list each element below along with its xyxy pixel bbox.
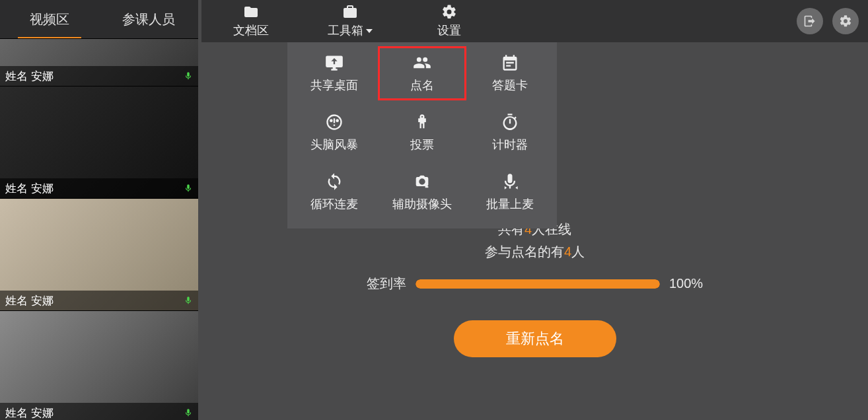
timer-icon [500, 113, 520, 131]
brainstorm-icon [324, 113, 344, 131]
tab-attendees-label: 参课人员 [122, 11, 175, 28]
name-prefix: 姓名 [5, 293, 28, 308]
tool-label: 共享桌面 [310, 77, 358, 93]
rollcall-icon [412, 53, 432, 72]
tool-label: 答题卡 [492, 77, 528, 93]
tool-label: 头脑风暴 [310, 137, 358, 153]
rate-progress-bar [416, 279, 660, 289]
share-desktop-icon [324, 53, 344, 72]
tool-label: 辅助摄像头 [392, 196, 452, 212]
rate-progress-fill [416, 279, 660, 289]
toolbar-settings-label: 设置 [437, 22, 461, 38]
gear-icon [441, 4, 457, 20]
tool-label: 投票 [410, 137, 434, 153]
mic-icon [184, 295, 193, 306]
tab-video-label: 视频区 [30, 11, 69, 28]
batch-mic-icon [500, 172, 520, 191]
toolbox-dropdown: 共享桌面 点名 答题卡 头脑风暴 投票 计时器 循环连麦 辅助摄像头 [287, 42, 557, 228]
sidebar: 视频区 参课人员 姓名 安娜 姓名 安娜 [0, 0, 198, 420]
gear-icon [839, 15, 852, 28]
mic-icon [184, 407, 193, 419]
vote-icon [412, 113, 432, 131]
participant-name: 安娜 [31, 405, 54, 421]
tool-label: 计时器 [492, 137, 528, 153]
loop-mic-icon [324, 172, 344, 191]
tool-timer[interactable]: 计时器 [466, 106, 554, 160]
rate-percent: 100% [669, 276, 703, 291]
video-tile[interactable]: 姓名 安娜 [0, 86, 198, 198]
participated-count: 4 [564, 244, 571, 259]
tool-label: 点名 [410, 77, 434, 93]
folder-icon [243, 4, 259, 20]
sidebar-tabs: 视频区 参课人员 [0, 0, 198, 38]
mic-icon [184, 182, 193, 194]
tool-loop-mic[interactable]: 循环连麦 [290, 165, 378, 219]
video-label-bar: 姓名 安娜 [0, 178, 198, 198]
aux-camera-icon [412, 172, 432, 191]
video-tile[interactable]: 姓名 安娜 [0, 198, 198, 310]
mic-icon [184, 70, 193, 82]
tool-brainstorm[interactable]: 头脑风暴 [290, 106, 378, 160]
toolbox-icon [342, 4, 358, 20]
participated-suffix: 人 [571, 244, 585, 259]
exit-icon [803, 15, 816, 28]
top-toolbar: 文档区 工具箱 设置 [201, 0, 868, 42]
participant-name: 安娜 [31, 293, 54, 308]
name-prefix: 姓名 [5, 69, 28, 84]
name-prefix: 姓名 [5, 405, 28, 421]
tab-attendees[interactable]: 参课人员 [99, 0, 198, 38]
rate-label: 签到率 [367, 275, 406, 293]
video-label-bar: 姓名 安娜 [0, 403, 198, 420]
answer-card-icon [500, 53, 520, 72]
video-tile[interactable]: 姓名 安娜 [0, 38, 198, 86]
name-prefix: 姓名 [5, 181, 28, 196]
participant-name: 安娜 [31, 69, 54, 84]
settings-round-button[interactable] [832, 8, 859, 34]
rollcall-panel: 共有4人在线 参与点名的有4人 签到率 100% 重新点名 [201, 218, 868, 357]
tool-aux-camera[interactable]: 辅助摄像头 [378, 165, 466, 219]
toolbar-toolbox[interactable]: 工具箱 [301, 0, 400, 42]
video-tile[interactable]: 姓名 安娜 [0, 310, 198, 420]
tool-batch-mic[interactable]: 批量上麦 [466, 165, 554, 219]
tool-rollcall[interactable]: 点名 [378, 46, 466, 100]
toolbar-settings[interactable]: 设置 [400, 0, 499, 42]
participated-prefix: 参与点名的有 [485, 244, 564, 259]
chevron-down-icon [366, 29, 373, 33]
tool-answer-card[interactable]: 答题卡 [466, 46, 554, 100]
video-label-bar: 姓名 安娜 [0, 291, 198, 310]
tool-label: 批量上麦 [486, 196, 534, 212]
tool-vote[interactable]: 投票 [378, 106, 466, 160]
toolbar-spacer [499, 0, 797, 42]
tool-share-desktop[interactable]: 共享桌面 [290, 46, 378, 100]
attendance-rate-row: 签到率 100% [201, 275, 868, 293]
exit-button[interactable] [797, 8, 823, 34]
toolbar-toolbox-label: 工具箱 [328, 22, 373, 38]
participant-name: 安娜 [31, 181, 54, 196]
re-rollcall-button[interactable]: 重新点名 [454, 320, 616, 357]
toolbar-docs-label: 文档区 [233, 22, 269, 38]
toolbar-docs[interactable]: 文档区 [201, 0, 301, 42]
video-label-bar: 姓名 安娜 [0, 66, 198, 86]
tool-label: 循环连麦 [310, 196, 358, 212]
tab-video-area[interactable]: 视频区 [0, 0, 99, 38]
video-list: 姓名 安娜 姓名 安娜 姓名 安娜 [0, 38, 198, 420]
